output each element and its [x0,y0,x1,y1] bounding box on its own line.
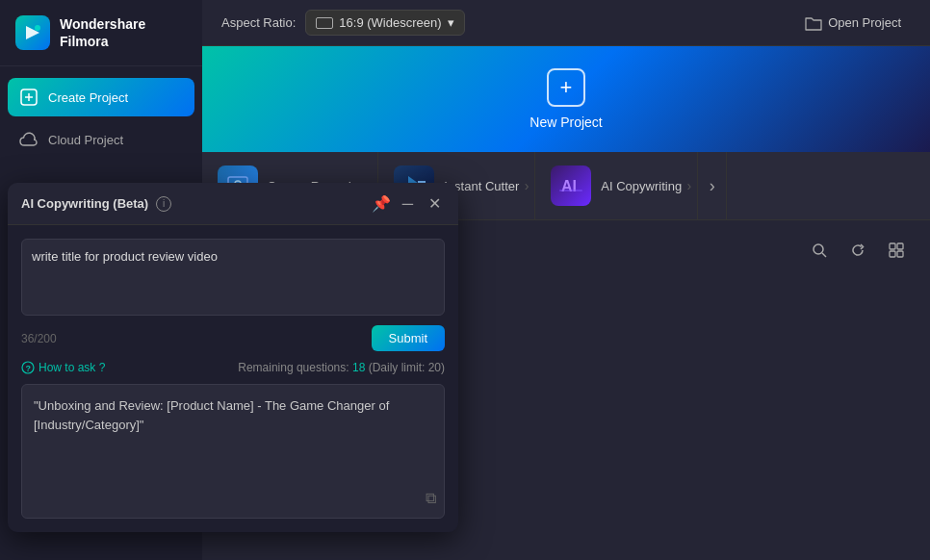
search-button[interactable] [805,236,834,265]
svg-rect-19 [897,251,903,257]
open-project-label: Open Project [828,15,901,30]
instant-cutter-chevron: › [525,178,530,193]
question-icon: ? [21,361,35,374]
aspect-ratio-section: Aspect Ratio: 16:9 (Widescreen) ▾ [221,10,465,36]
minimize-button[interactable]: ─ [399,193,417,215]
svg-rect-18 [890,251,895,257]
dialog-body: 36/200 Submit ? How to ask ? Remaining q… [8,225,458,532]
create-project-icon [19,88,39,107]
aspect-ratio-select[interactable]: 16:9 (Widescreen) ▾ [305,10,464,36]
svg-text:?: ? [26,364,32,373]
svg-rect-17 [897,243,903,249]
app-name: Wondershare Filmora [60,15,145,50]
copy-icon[interactable]: ⧉ [426,487,436,510]
remaining-questions: Remaining questions: 18 (Daily limit: 20… [238,361,445,374]
char-count: 36/200 [21,332,57,345]
svg-text:AI: AI [561,178,577,194]
new-project-plus-icon: + [547,68,585,107]
sidebar-item-create-project[interactable]: Create Project [8,78,194,116]
svg-rect-16 [890,243,895,249]
aspect-ratio-label: Aspect Ratio: [221,15,296,30]
sidebar-logo: Wondershare Filmora [0,0,202,66]
more-chevron-icon: › [710,176,715,196]
refresh-button[interactable] [843,236,872,265]
ai-copywriting-label: AI Copywriting [601,179,682,193]
dialog-result-text: "Unboxing and Review: [Product Name] - T… [34,398,389,432]
search-icon [812,242,827,258]
ai-copywriting-chevron: › [686,178,691,193]
new-project-hero[interactable]: + New Project [202,46,930,152]
ai-copywriting-dialog[interactable]: AI Copywriting (Beta) i 📌 ─ ✕ 36/200 Sub… [8,183,458,532]
svg-line-15 [822,253,826,257]
refresh-icon [850,242,865,258]
dialog-header: AI Copywriting (Beta) i 📌 ─ ✕ [8,183,458,225]
dialog-info-icon[interactable]: i [156,196,171,212]
cloud-icon [19,130,39,149]
pin-icon[interactable]: 📌 [372,194,391,213]
new-project-label: New Project [530,115,602,130]
aspect-ratio-value: 16:9 (Widescreen) [339,15,441,30]
aspect-ratio-icon [316,17,333,29]
svg-rect-13 [559,190,582,191]
sidebar-item-cloud-project[interactable]: Cloud Project [8,120,194,159]
ai-copywriting-icon: AI [551,165,591,206]
dialog-result: "Unboxing and Review: [Product Name] - T… [21,384,445,519]
grid-view-icon [889,242,904,258]
how-to-ask-link[interactable]: ? How to ask ? [21,361,105,374]
close-button[interactable]: ✕ [425,192,445,215]
dialog-title: AI Copywriting (Beta) [21,196,148,211]
feature-cards-more[interactable]: › [698,152,727,219]
sidebar-item-cloud-project-label: Cloud Project [48,133,123,147]
dialog-help-row: ? How to ask ? Remaining questions: 18 (… [21,361,445,374]
remaining-count: 18 [352,361,365,374]
svg-point-14 [814,244,823,254]
prompt-textarea[interactable] [21,239,445,316]
aspect-ratio-chevron-icon: ▾ [448,15,454,30]
svg-point-0 [35,25,40,31]
folder-open-icon [805,15,822,31]
sidebar-nav: Create Project Cloud Project [0,66,202,170]
dialog-title-row: AI Copywriting (Beta) i [21,196,171,212]
feature-card-ai-copywriting[interactable]: AI AI Copywriting › [535,152,698,219]
open-project-button[interactable]: Open Project [795,11,911,36]
char-count-row: 36/200 Submit [21,325,445,351]
sidebar-item-create-project-label: Create Project [48,90,128,105]
dialog-controls: 📌 ─ ✕ [372,192,445,215]
app-logo-icon [15,15,50,50]
topbar: Aspect Ratio: 16:9 (Widescreen) ▾ Open P… [202,0,930,46]
grid-view-button[interactable] [882,236,911,265]
submit-button[interactable]: Submit [372,325,445,351]
